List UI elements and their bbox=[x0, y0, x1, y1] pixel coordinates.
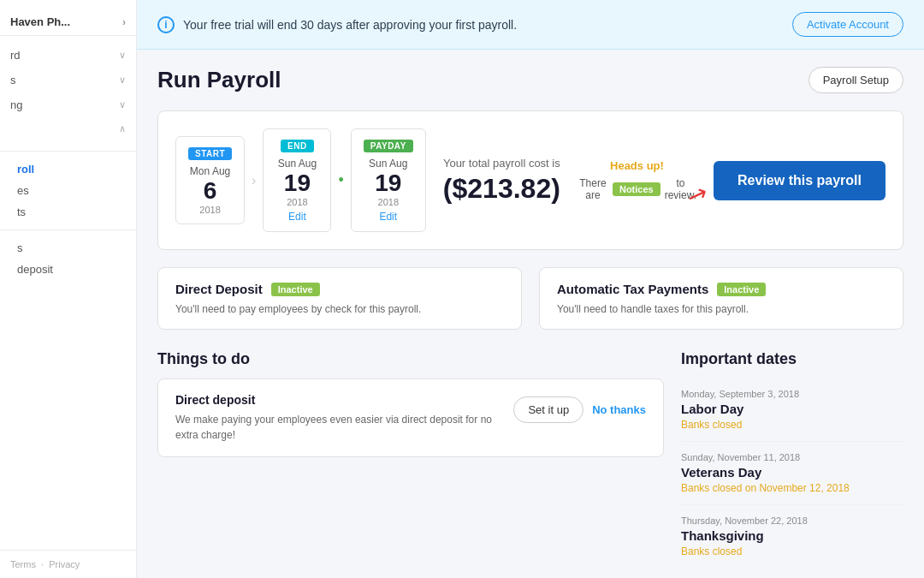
chevron-icon: ∨ bbox=[119, 74, 126, 86]
heads-up-there-are: There are bbox=[578, 177, 608, 201]
review-button-container: Review this payroll ↗ bbox=[714, 161, 886, 200]
date-item-thanksgiving: Thursday, November 22, 2018 Thanksgiving… bbox=[681, 505, 903, 568]
things-to-do: Things to do Direct deposit We make payi… bbox=[157, 350, 664, 568]
sidebar-group-1: rd ∨ s ∨ ng ∨ ∧ bbox=[0, 43, 136, 140]
important-dates: Important dates Monday, September 3, 201… bbox=[681, 350, 903, 568]
thanksgiving-date: Thursday, November 22, 2018 bbox=[681, 515, 903, 526]
chevron-right-icon: › bbox=[122, 16, 126, 28]
todo-description: We make paying your employees even easie… bbox=[175, 412, 503, 443]
payday-date-box: PAYDAY Sun Aug 19 2018 Edit bbox=[351, 128, 426, 232]
info-icon: i bbox=[157, 16, 175, 33]
trial-banner: i Your free trial will end 30 days after… bbox=[137, 0, 924, 50]
sidebar-item-ts[interactable]: ts bbox=[0, 201, 136, 223]
company-name: Haven Ph... bbox=[10, 15, 70, 28]
direct-deposit-desc: You'll need to pay employees by check fo… bbox=[175, 303, 504, 315]
sidebar-item-4[interactable]: ∧ bbox=[0, 117, 136, 140]
chevron-icon: ∨ bbox=[119, 99, 126, 110]
todo-actions: Set it up No thanks bbox=[513, 396, 646, 423]
start-date-box: START Mon Aug 6 2018 bbox=[175, 136, 245, 224]
todo-title: Direct deposit bbox=[175, 393, 503, 407]
auto-tax-card: Automatic Tax Payments Inactive You'll n… bbox=[539, 267, 903, 330]
start-day: 6 bbox=[188, 179, 232, 203]
payday-day: 19 bbox=[364, 171, 413, 195]
bottom-section: Things to do Direct deposit We make payi… bbox=[157, 350, 903, 568]
start-year: 2018 bbox=[188, 205, 232, 215]
date-boxes: START Mon Aug 6 2018 › END Sun Aug 19 20… bbox=[175, 128, 426, 232]
payroll-card: START Mon Aug 6 2018 › END Sun Aug 19 20… bbox=[157, 110, 903, 250]
direct-deposit-badge: Inactive bbox=[271, 283, 320, 296]
chevron-icon: ∨ bbox=[119, 50, 126, 61]
payday-month: Sun Aug bbox=[364, 158, 413, 170]
veterans-day-holiday: Veterans Day bbox=[681, 465, 903, 480]
activate-account-button[interactable]: Activate Account bbox=[792, 12, 903, 37]
auto-tax-badge: Inactive bbox=[717, 283, 766, 296]
dot-separator: • bbox=[338, 171, 343, 189]
end-month: Sun Aug bbox=[275, 158, 318, 170]
veterans-day-note: Banks closed on November 12, 2018 bbox=[681, 482, 903, 494]
payroll-setup-button[interactable]: Payroll Setup bbox=[808, 67, 903, 93]
direct-deposit-header: Direct Deposit Inactive bbox=[175, 282, 504, 296]
todo-info: Direct deposit We make paying your emplo… bbox=[175, 393, 503, 443]
things-to-do-title: Things to do bbox=[157, 350, 664, 368]
main-content: i Your free trial will end 30 days after… bbox=[137, 0, 924, 578]
chevron-icon: ∧ bbox=[119, 123, 126, 134]
sidebar-item-es[interactable]: es bbox=[0, 180, 136, 201]
direct-deposit-title: Direct Deposit bbox=[175, 282, 263, 296]
privacy-link[interactable]: Privacy bbox=[49, 559, 80, 569]
start-month: Mon Aug bbox=[188, 165, 232, 177]
payday-edit-button[interactable]: Edit bbox=[364, 211, 413, 223]
company-selector[interactable]: Haven Ph... › bbox=[0, 9, 136, 36]
page-header: Run Payroll Payroll Setup bbox=[157, 67, 903, 93]
notices-badge[interactable]: Notices bbox=[613, 182, 660, 196]
sidebar-divider-2 bbox=[0, 229, 136, 230]
terms-link[interactable]: Terms bbox=[10, 559, 36, 569]
set-it-up-button[interactable]: Set it up bbox=[513, 396, 583, 423]
heads-up-text: There are Notices to review. bbox=[578, 177, 696, 201]
auto-tax-header: Automatic Tax Payments Inactive bbox=[557, 282, 886, 296]
total-cost: Your total payroll cost is ($213.82) bbox=[443, 157, 560, 205]
sidebar-item-payroll[interactable]: roll bbox=[0, 158, 136, 180]
start-label: START bbox=[188, 147, 232, 160]
end-year: 2018 bbox=[275, 197, 318, 207]
no-thanks-button[interactable]: No thanks bbox=[592, 403, 646, 416]
thanksgiving-holiday: Thanksgiving bbox=[681, 528, 903, 543]
labor-day-note: Banks closed bbox=[681, 419, 903, 431]
sidebar-divider bbox=[0, 151, 136, 152]
payday-label: PAYDAY bbox=[364, 140, 413, 152]
sidebar-footer: Terms · Privacy bbox=[0, 550, 136, 578]
date-item-labor-day: Monday, September 3, 2018 Labor Day Bank… bbox=[681, 378, 903, 442]
todo-card: Direct deposit We make paying your emplo… bbox=[157, 378, 664, 457]
end-day: 19 bbox=[275, 171, 318, 195]
page-content: Run Payroll Payroll Setup START Mon Aug … bbox=[137, 50, 924, 578]
sidebar-item-s2[interactable]: s bbox=[0, 237, 136, 259]
review-payroll-button[interactable]: Review this payroll bbox=[714, 161, 886, 200]
end-label: END bbox=[281, 140, 314, 152]
end-date-box: END Sun Aug 19 2018 Edit bbox=[263, 128, 331, 232]
sidebar-item-rd[interactable]: rd ∨ bbox=[0, 43, 136, 68]
total-cost-amount: ($213.82) bbox=[443, 173, 560, 205]
labor-day-date: Monday, September 3, 2018 bbox=[681, 389, 903, 399]
auto-tax-title: Automatic Tax Payments bbox=[557, 282, 708, 296]
thanksgiving-note: Banks closed bbox=[681, 545, 903, 557]
page-title: Run Payroll bbox=[157, 67, 281, 93]
auto-tax-desc: You'll need to handle taxes for this pay… bbox=[557, 303, 886, 315]
date-item-veterans-day: Sunday, November 11, 2018 Veterans Day B… bbox=[681, 442, 903, 505]
sidebar-item-ng[interactable]: ng ∨ bbox=[0, 92, 136, 117]
veterans-day-date: Sunday, November 11, 2018 bbox=[681, 452, 903, 462]
heads-up: Heads up! There are Notices to review. bbox=[578, 159, 696, 201]
end-edit-button[interactable]: Edit bbox=[275, 211, 318, 223]
labor-day-holiday: Labor Day bbox=[681, 402, 903, 416]
arrow-right-icon: › bbox=[252, 173, 256, 188]
sidebar-item-deposit[interactable]: deposit bbox=[0, 259, 136, 280]
trial-banner-message: Your free trial will end 30 days after a… bbox=[183, 18, 517, 32]
total-cost-label: Your total payroll cost is bbox=[443, 157, 560, 170]
sidebar: Haven Ph... › rd ∨ s ∨ ng ∨ ∧ roll es ts… bbox=[0, 0, 137, 578]
trial-banner-left: i Your free trial will end 30 days after… bbox=[157, 16, 517, 33]
payday-year: 2018 bbox=[364, 197, 413, 207]
sidebar-item-s[interactable]: s ∨ bbox=[0, 68, 136, 92]
status-cards: Direct Deposit Inactive You'll need to p… bbox=[157, 267, 903, 330]
heads-up-title: Heads up! bbox=[578, 159, 696, 172]
important-dates-title: Important dates bbox=[681, 350, 903, 368]
direct-deposit-card: Direct Deposit Inactive You'll need to p… bbox=[157, 267, 522, 330]
